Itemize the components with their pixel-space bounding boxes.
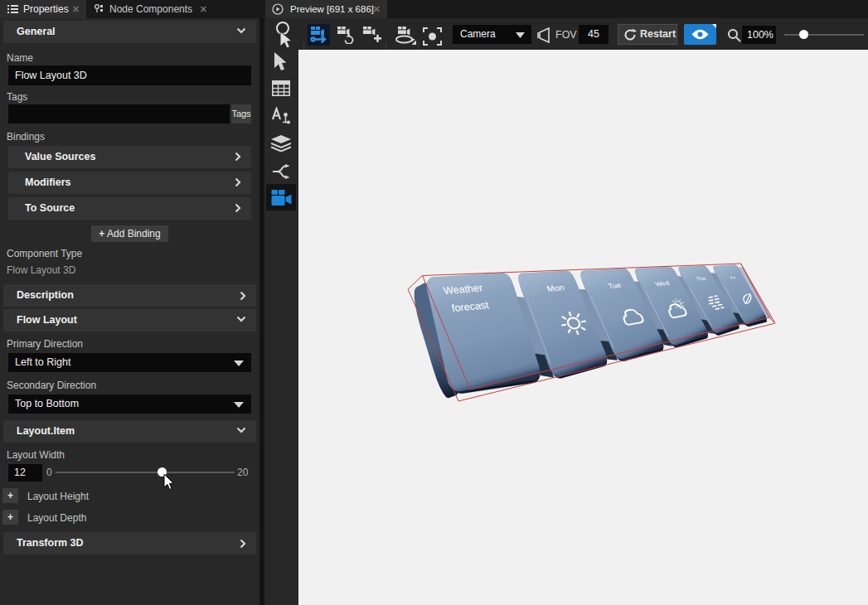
svg-text:Mon: Mon: [546, 283, 565, 293]
